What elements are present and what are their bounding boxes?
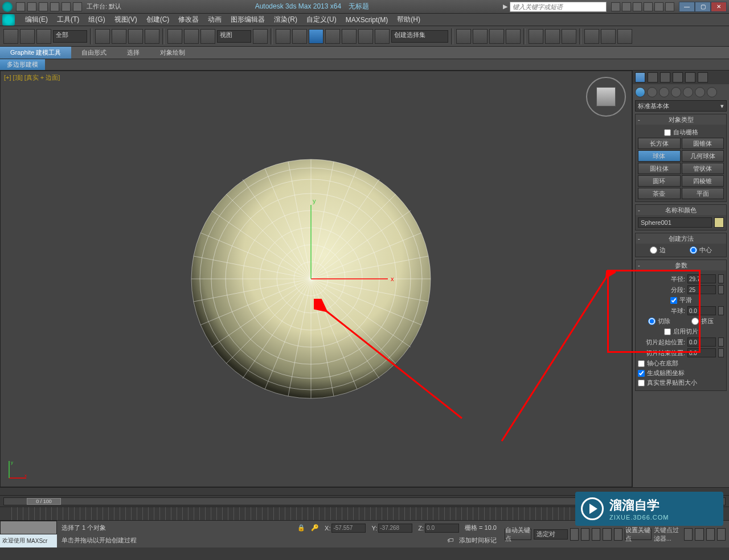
percent-snap-icon[interactable] [342,29,357,44]
lights-cat-icon[interactable] [659,87,669,97]
tag-icon[interactable]: 🏷 [447,537,453,543]
move-icon[interactable] [167,29,182,44]
minimize-button[interactable]: — [679,2,695,12]
rollout-header[interactable]: 参数 [636,260,726,270]
material-editor-icon[interactable] [562,29,576,44]
ribbon-tab-freeform[interactable]: 自由形式 [71,47,117,59]
workspace-label[interactable]: 工作台: 默认 [87,2,121,11]
angle-snap-icon[interactable] [325,29,340,44]
select-object-icon[interactable] [95,29,110,44]
slice-to-spinner[interactable] [687,348,716,357]
rect-selection-icon[interactable] [128,29,143,44]
viewport-label[interactable]: [+] [顶] [真实 + 边面] [4,73,60,82]
ribbon-tab-objectpaint[interactable]: 对象绘制 [150,47,195,59]
signin-icon[interactable] [654,2,664,11]
gen-uv-checkbox[interactable] [638,370,645,377]
keyboard-shortcut-icon[interactable] [292,29,307,44]
hierarchy-tab-icon[interactable] [660,72,670,83]
spinner-snap-icon[interactable] [358,29,373,44]
rotate-icon[interactable] [184,29,199,44]
help-icon[interactable] [665,2,674,11]
maxscript-mini-listener[interactable] [0,521,57,534]
utilities-tab-icon[interactable] [698,72,708,83]
hemisphere-spinner[interactable] [687,306,716,315]
menu-customize[interactable]: 自定义(U) [302,15,341,24]
new-icon[interactable] [16,2,25,11]
exchange-icon[interactable] [633,2,642,11]
menu-maxscript[interactable]: MAXScript(M) [341,16,393,24]
base-pivot-checkbox[interactable] [638,360,645,367]
ribbon-panel-polymodel[interactable]: 多边形建模 [0,59,45,70]
manipulate-icon[interactable] [276,29,290,44]
open-icon[interactable] [27,2,36,11]
redo-icon[interactable] [62,2,71,11]
cameras-cat-icon[interactable] [671,87,681,97]
chop-radio[interactable] [648,318,656,325]
spinner-buttons[interactable] [718,285,724,294]
menu-tools[interactable]: 工具(T) [52,15,84,24]
segments-spinner[interactable] [687,285,716,294]
add-time-tag[interactable]: 添加时间标记 [459,536,497,545]
nav-zoom-icon[interactable] [695,528,703,541]
object-color-swatch[interactable] [714,217,724,228]
selection-filter-dropdown[interactable]: 全部 [53,30,87,43]
prim-sphere-button[interactable]: 球体 [638,150,681,162]
menu-create[interactable]: 创建(C) [142,15,174,24]
app-menu-icon[interactable] [2,14,15,26]
set-key-button[interactable]: 设置关键点 [625,529,652,540]
layer-manager-icon[interactable] [489,29,504,44]
nav-maximize-icon[interactable] [717,528,726,541]
time-slider-handle[interactable]: 0 / 100 [27,498,61,505]
next-frame-icon[interactable] [603,528,611,541]
render-production-icon[interactable] [617,29,632,44]
display-tab-icon[interactable] [685,72,695,83]
window-crossing-icon[interactable] [145,29,159,44]
curve-editor-icon[interactable] [529,29,543,44]
menu-help[interactable]: 帮助(H) [392,15,425,24]
close-button[interactable]: ✕ [711,2,727,12]
shapes-cat-icon[interactable] [647,87,657,97]
lock-icon[interactable]: 🔒 [297,524,305,532]
spinner-buttons[interactable] [718,306,724,315]
motion-tab-icon[interactable] [673,72,683,83]
real-world-checkbox[interactable] [638,380,645,386]
prim-cylinder-button[interactable]: 圆柱体 [638,163,681,174]
render-setup-icon[interactable] [584,29,599,44]
y-coord-input[interactable] [378,524,412,533]
viewcube[interactable] [586,77,626,117]
viewport-top[interactable]: [+] [顶] [真实 + 边面] [0,71,632,487]
link-icon[interactable] [3,29,18,44]
mirror-icon[interactable] [456,29,471,44]
squash-radio[interactable] [691,318,699,325]
prim-geosphere-button[interactable]: 几何球体 [682,150,724,162]
key-filter-input[interactable] [534,529,568,540]
key-filters-link[interactable]: 关键点过滤器... [654,526,682,543]
favorites-icon[interactable] [644,2,653,11]
menu-views[interactable]: 视图(V) [110,15,142,24]
sphere-object[interactable]: x y [183,151,439,407]
method-center-radio[interactable] [690,246,697,254]
geometry-cat-icon[interactable] [635,87,645,97]
snap-toggle-icon[interactable] [309,29,323,44]
key-icon[interactable]: 🔑 [311,524,319,532]
goto-end-icon[interactable] [614,528,622,541]
ribbon-tab-selection[interactable]: 选择 [117,47,150,59]
help-search-input[interactable] [510,2,607,12]
menu-modifiers[interactable]: 修改器 [174,15,203,24]
z-coord-input[interactable] [425,524,459,533]
align-icon[interactable] [473,29,488,44]
object-name-input[interactable] [638,217,712,228]
create-tab-icon[interactable] [635,72,645,83]
edit-named-sel-icon[interactable] [375,29,390,44]
spacewarps-cat-icon[interactable] [695,87,705,97]
rendered-frame-icon[interactable] [601,29,616,44]
radius-spinner[interactable] [687,274,716,283]
maximize-button[interactable]: ▢ [695,2,711,12]
slice-on-checkbox[interactable] [664,328,671,335]
ribbon-toggle-icon[interactable] [506,29,521,44]
menu-edit[interactable]: 编辑(E) [21,15,52,24]
schematic-view-icon[interactable] [545,29,560,44]
binoculars-icon[interactable] [611,2,620,11]
menu-group[interactable]: 组(G) [84,15,109,24]
nav-pan-icon[interactable] [684,528,693,541]
